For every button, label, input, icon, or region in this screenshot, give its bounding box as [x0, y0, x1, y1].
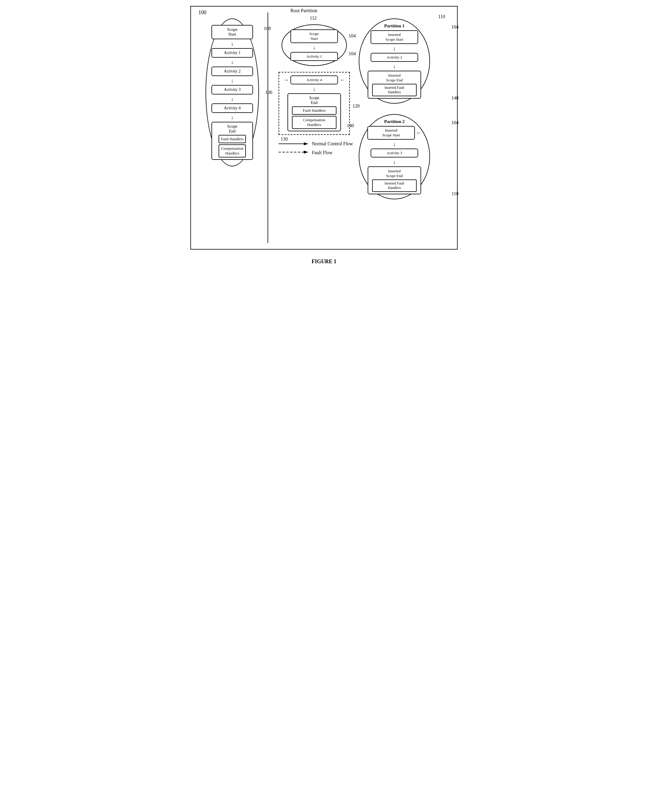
left-panel: 100 ScopeStart ↓ Activity 1 ↓ Activity 2… — [197, 12, 268, 243]
label-140-top: 140 — [451, 95, 459, 101]
p1-inserted-scope-end-label: InsertedScope End — [386, 73, 403, 82]
dashed-box: → Activity 4 ← ↓ ScopeEnd Fault Handlers… — [279, 72, 350, 135]
left-compensation-handlers: CompensationHandlers — [219, 144, 245, 157]
mid-scope-start: ScopeStart — [290, 29, 338, 43]
right-col: 110 Partition 1 InsertedScope Start ↓ Ac… — [359, 15, 447, 240]
normal-flow-label: Normal Control Flow — [312, 141, 353, 147]
label-112: 112 — [310, 15, 317, 21]
arrow-1: ↓ — [231, 41, 234, 46]
label-104-b: 104 — [349, 51, 356, 56]
mid-scope-end-group: ScopeEnd Fault Handlers CompensationHand… — [287, 93, 341, 131]
left-activity2: Activity 2 — [212, 67, 253, 76]
left-scope-end-group: ScopeEnd Fault Handlers CompensationHand… — [212, 122, 253, 160]
arrow-left-indicator: → — [283, 77, 289, 83]
mid-arrow-1: ↓ — [313, 45, 316, 50]
arrow-5: ↓ — [231, 115, 234, 120]
arrow-right-indicator: ← — [340, 77, 345, 83]
left-scope-start: ScopeStart — [212, 25, 253, 39]
root-partition-label: Root Partition — [290, 8, 317, 13]
legend: Normal Control Flow Fault Flow — [273, 141, 356, 156]
root-oval: ScopeStart ↓ Activity 1 — [282, 24, 347, 66]
label-104-a: 104 — [349, 33, 356, 39]
mid-arrow-2: ↓ — [313, 86, 316, 92]
fault-flow-label: Fault Flow — [312, 150, 332, 156]
p1-scope-end-group: InsertedScope End Inserted FaultHandlers — [367, 71, 421, 99]
p2-inserted-scope-start-row: InsertedScope Start ← — [367, 126, 421, 140]
p1-inserted-scope-start: InsertedScope Start — [371, 30, 418, 44]
mid-scope-end-label: ScopeEnd — [309, 96, 319, 105]
arrow-4: ↓ — [231, 96, 234, 102]
p2-arrow-1: ↓ — [393, 142, 396, 147]
partition2-title: Partition 2 — [384, 119, 405, 124]
fault-flow-legend: Fault Flow — [279, 149, 356, 156]
left-oval: ScopeStart ↓ Activity 1 ↓ Activity 2 ↓ A… — [206, 18, 259, 166]
p1-arrow-1: ↓ — [393, 46, 396, 51]
arrow-3: ↓ — [231, 78, 234, 83]
main-diagram: 100 ScopeStart ↓ Activity 1 ↓ Activity 2… — [191, 6, 457, 250]
partition1-title: Partition 1 — [384, 23, 405, 29]
p1-arrow-2: ↓ — [393, 64, 396, 69]
left-activity4: Activity 4 — [212, 104, 253, 113]
p1-inserted-fault-handlers: Inserted FaultHandlers — [372, 84, 417, 96]
label-108: 108 — [264, 26, 271, 31]
p2-activity3: Activity 3 — [371, 148, 418, 157]
label-140-bottom: 140 — [347, 123, 354, 128]
p2-arrow-2: ↓ — [393, 159, 396, 165]
p2-arrow-left: ← — [416, 130, 421, 136]
label-110-bottom: 110 — [452, 191, 459, 196]
mid-compensation-handlers: CompensationHandlers — [292, 116, 337, 129]
partition1-wrapper: Partition 1 InsertedScope Start ↓ Activi… — [359, 18, 447, 104]
figure-caption: FIGURE 1 — [311, 258, 337, 265]
svg-marker-1 — [304, 142, 308, 145]
label-104-p1-right: 104 — [451, 24, 459, 30]
right-panel: 108 Root Partition 112 ScopeStart ↓ Acti… — [268, 12, 451, 243]
label-104-p2-right: 104 — [451, 120, 459, 125]
p2-inserted-scope-start: InsertedScope Start — [367, 126, 415, 140]
svg-marker-3 — [304, 151, 308, 154]
middle-col: 108 Root Partition 112 ScopeStart ↓ Acti… — [273, 15, 356, 240]
arrow-2: ↓ — [231, 60, 234, 65]
left-activity3: Activity 3 — [212, 85, 253, 95]
label-100: 100 — [198, 9, 206, 16]
partition2-wrapper: Partition 2 InsertedScope Start ← ↓ Acti… — [359, 114, 447, 199]
p2-inserted-scope-end-label: InsertedScope End — [386, 169, 403, 178]
label-106: 106 — [265, 90, 272, 95]
mid-fault-handlers: Fault Handlers — [292, 106, 337, 115]
mid-activity1: Activity 1 — [290, 52, 338, 61]
mid-activity4: Activity 4 — [290, 75, 338, 84]
p2-scope-end-group: InsertedScope End Inserted FaultHandlers — [367, 166, 421, 194]
left-scope-end-label: ScopeEnd — [227, 124, 237, 134]
solid-arrow-icon — [279, 141, 308, 147]
page-container: 100 ScopeStart ↓ Activity 1 ↓ Activity 2… — [191, 6, 457, 265]
partition2-oval: Partition 2 InsertedScope Start ← ↓ Acti… — [359, 114, 430, 199]
label-130: 130 — [281, 136, 288, 142]
p1-activity2: Activity 2 — [371, 53, 418, 62]
p2-inserted-fault-handlers: Inserted FaultHandlers — [372, 179, 417, 192]
dashed-arrow-icon — [279, 149, 308, 156]
left-activity1: Activity 1 — [212, 48, 253, 58]
normal-flow-legend: Normal Control Flow — [279, 141, 356, 147]
left-fault-handlers: Fault Handlers — [219, 135, 246, 143]
partition1-oval: Partition 1 InsertedScope Start ↓ Activi… — [359, 18, 430, 104]
